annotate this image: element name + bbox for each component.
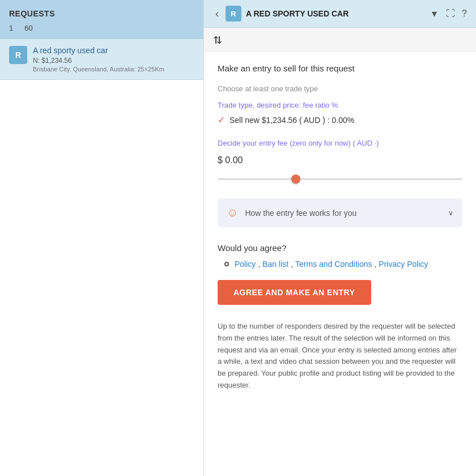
count-2: 60	[24, 24, 32, 32]
info-box[interactable]: ☺ How the entry fee works for you ∨	[218, 198, 462, 227]
fee-slider[interactable]	[218, 173, 462, 185]
trade-section: Choose at least one trade type Trade typ…	[218, 84, 462, 125]
chevron-down-icon: ∨	[448, 209, 453, 217]
slider-track-filled	[218, 178, 296, 180]
expand-button[interactable]: ⛶	[446, 8, 455, 19]
count-1: 1	[9, 24, 13, 32]
left-header: REQUESTS 1 60	[0, 0, 203, 39]
request-list: R A red sporty used car N: $1,234.56 Bri…	[0, 39, 203, 476]
right-panel: ‹ R A RED SPORTY USED CAR ▾ ⛶ ? ⇄ Make a…	[204, 0, 476, 476]
header-avatar: R	[226, 6, 241, 22]
check-icon: ✓	[218, 114, 225, 125]
terms-link[interactable]: Terms and Conditions	[295, 260, 372, 269]
help-button[interactable]: ?	[462, 8, 467, 19]
header-actions: ▾ ⛶ ?	[430, 7, 467, 20]
right-header: ‹ R A RED SPORTY USED CAR ▾ ⛶ ?	[204, 0, 476, 28]
avatar: R	[9, 46, 27, 64]
smile-icon: ☺	[227, 206, 238, 219]
fee-amount: 0.00	[225, 155, 243, 165]
info-box-text: How the entry fee works for you	[245, 209, 441, 218]
policy-link[interactable]: Policy	[235, 260, 256, 269]
request-info: A red sporty used car N: $1,234.56 Brisb…	[33, 46, 194, 73]
ban-list-link[interactable]: Ban list	[262, 260, 288, 269]
requests-title: REQUESTS	[9, 9, 194, 18]
slider-track	[218, 178, 462, 180]
back-button[interactable]: ‹	[213, 7, 221, 20]
trade-label: Choose at least one trade type	[218, 84, 462, 93]
left-panel: REQUESTS 1 60 R A red sporty used car N:…	[0, 0, 204, 476]
request-price: N: $1,234.56	[33, 57, 194, 65]
fee-prefix: $	[218, 155, 225, 165]
slider-thumb[interactable]	[291, 175, 300, 184]
fee-label: Decide your entry fee (zero only for now…	[218, 139, 462, 147]
agree-button[interactable]: AGREE AND MAKE AN ENTRY	[218, 280, 371, 305]
agree-links: Policy , Ban list , Terms and Conditions…	[218, 260, 462, 269]
top-toolbar: ⇄	[204, 28, 476, 52]
bullet-icon	[224, 262, 229, 266]
entry-title: Make an entry to sell for this request	[218, 63, 462, 73]
fee-value: $ 0.00	[218, 152, 462, 167]
dropdown-button[interactable]: ▾	[430, 7, 439, 20]
list-item[interactable]: R A red sporty used car N: $1,234.56 Bri…	[0, 39, 203, 80]
request-counts: 1 60	[9, 24, 194, 32]
trade-option-text: Sell new $1,234.56 ( AUD ) : 0.00%	[230, 116, 354, 125]
request-title: A red sporty used car	[33, 46, 194, 55]
agree-section: Would you agree? Policy , Ban list , Ter…	[218, 243, 462, 305]
trade-option: ✓ Sell new $1,234.56 ( AUD ) : 0.00%	[218, 114, 462, 125]
trade-type-link[interactable]: Trade type, desired price: fee ratio %	[218, 101, 338, 109]
privacy-link[interactable]: Privacy Policy	[379, 260, 428, 269]
info-text: Up to the number of responders desired b…	[218, 321, 462, 392]
main-content: Make an entry to sell for this request C…	[204, 52, 476, 476]
header-title: A RED SPORTY USED CAR	[246, 9, 425, 18]
swap-icon: ⇄	[211, 36, 224, 44]
request-location: Brisbane City, Queensland, Australia: 25…	[33, 66, 194, 73]
agree-title: Would you agree?	[218, 243, 462, 253]
fee-section: Decide your entry fee (zero only for now…	[218, 139, 462, 185]
